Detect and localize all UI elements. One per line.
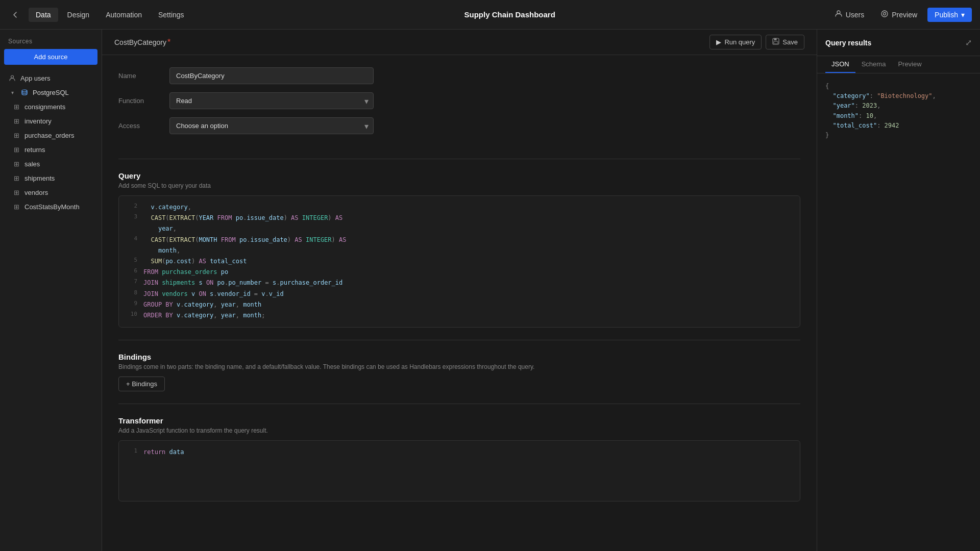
run-query-button[interactable]: ▶ Run query bbox=[709, 35, 762, 49]
code-line-6: 6 FROM purchase_orders po bbox=[119, 267, 800, 278]
code-line-8: 8 JOIN vendors v ON s.vendor_id = v.v_id bbox=[119, 289, 800, 299]
play-icon: ▶ bbox=[716, 38, 721, 46]
transformer-desc: Add a JavaScript function to transform t… bbox=[118, 427, 800, 434]
sidebar: Sources Add source App users ▾ P bbox=[0, 30, 102, 551]
add-bindings-button[interactable]: + Bindings bbox=[118, 377, 165, 391]
expand-icon[interactable]: ⤢ bbox=[965, 38, 972, 47]
users-button[interactable]: Users bbox=[828, 7, 871, 22]
transformer-line-1: 1 return data bbox=[119, 447, 800, 458]
sidebar-item-shipments[interactable]: ⊞ shipments bbox=[8, 171, 97, 185]
table-icon-shipments: ⊞ bbox=[12, 174, 20, 182]
sources-header: Sources bbox=[4, 36, 97, 49]
sidebar-item-returns[interactable]: ⊞ returns bbox=[8, 142, 97, 157]
function-label: Function bbox=[118, 97, 169, 105]
save-label: Save bbox=[782, 38, 798, 46]
postgresql-children: ⊞ consignments ⊞ inventory ⊞ purchase_or… bbox=[4, 99, 97, 214]
save-icon bbox=[772, 38, 779, 46]
preview-button[interactable]: Preview bbox=[874, 7, 923, 22]
tab-settings[interactable]: Settings bbox=[151, 8, 191, 22]
function-row: Function Read Write bbox=[118, 92, 800, 109]
json-output: { "category": "Biotechnology", "year": 2… bbox=[825, 82, 972, 140]
sidebar-item-coststatsbymonth[interactable]: ⊞ CostStatsByMonth bbox=[8, 199, 97, 214]
code-line-4: 4 CAST(EXTRACT(MONTH FROM po.issue_date)… bbox=[119, 235, 800, 245]
divider-1 bbox=[118, 159, 800, 159]
add-source-button[interactable]: Add source bbox=[4, 49, 97, 65]
bindings-desc: Bindings come in two parts: the binding … bbox=[118, 363, 800, 370]
tab-data[interactable]: Data bbox=[29, 8, 58, 22]
consignments-label: consignments bbox=[24, 103, 65, 111]
code-line-7: 7 JOIN shipments s ON po.po_number = s.p… bbox=[119, 278, 800, 288]
table-icon-consignments: ⊞ bbox=[12, 103, 20, 111]
tab-design[interactable]: Design bbox=[60, 8, 97, 22]
results-tabs: JSON Schema Preview bbox=[817, 56, 980, 73]
tab-automation[interactable]: Automation bbox=[99, 8, 149, 22]
transformer-code-editor[interactable]: 1 return data bbox=[118, 440, 800, 502]
form-section: Name Function Read Write Access bbox=[102, 55, 817, 155]
table-icon-coststatsbymonth: ⊞ bbox=[12, 203, 20, 211]
table-icon-purchase-orders: ⊞ bbox=[12, 131, 20, 139]
save-button[interactable]: Save bbox=[766, 35, 804, 49]
sales-label: sales bbox=[24, 160, 40, 168]
main-layout: Sources Add source App users ▾ P bbox=[0, 30, 980, 551]
preview-icon bbox=[880, 10, 889, 19]
users-icon bbox=[835, 10, 843, 19]
back-button[interactable] bbox=[8, 8, 22, 22]
svg-rect-6 bbox=[774, 38, 777, 40]
coststatsbymonth-label: CostStatsByMonth bbox=[24, 203, 80, 211]
nav-right: Users Preview Publish ▾ bbox=[828, 7, 972, 22]
returns-label: returns bbox=[24, 146, 45, 154]
code-line-5: 5 SUM(po.cost) AS total_cost bbox=[119, 256, 800, 267]
access-row: Access Choose an option bbox=[118, 117, 800, 134]
tab-preview[interactable]: Preview bbox=[892, 56, 927, 73]
publish-button[interactable]: Publish ▾ bbox=[927, 8, 972, 22]
sidebar-item-inventory[interactable]: ⊞ inventory bbox=[8, 114, 97, 128]
tab-schema[interactable]: Schema bbox=[855, 56, 892, 73]
sidebar-item-postgresql[interactable]: ▾ PostgreSQL bbox=[4, 85, 97, 99]
svg-rect-7 bbox=[774, 41, 778, 44]
app-users-icon bbox=[8, 74, 16, 82]
run-query-label: Run query bbox=[724, 38, 755, 46]
content-area: CostByCategory * ▶ Run query bbox=[102, 30, 980, 551]
svg-point-2 bbox=[884, 13, 886, 15]
name-input[interactable] bbox=[169, 67, 374, 84]
table-icon-vendors: ⊞ bbox=[12, 188, 20, 196]
name-label: Name bbox=[118, 72, 169, 80]
table-icon-returns: ⊞ bbox=[12, 145, 20, 154]
sidebar-item-consignments[interactable]: ⊞ consignments bbox=[8, 99, 97, 114]
access-select[interactable]: Choose an option bbox=[169, 117, 374, 134]
transformer-title: Transformer bbox=[118, 416, 800, 425]
function-select-wrapper: Read Write bbox=[169, 92, 374, 109]
postgresql-label: PostgreSQL bbox=[33, 89, 69, 96]
results-panel: Query results ⤢ JSON Schema Preview { "c… bbox=[817, 30, 980, 551]
code-line-10: 10 ORDER BY v.category, year, month; bbox=[119, 310, 800, 321]
users-label: Users bbox=[846, 11, 865, 19]
query-section-title: Query bbox=[118, 171, 800, 180]
sidebar-item-purchase-orders[interactable]: ⊞ purchase_orders bbox=[8, 128, 97, 142]
publish-label: Publish bbox=[935, 11, 958, 19]
sidebar-item-app-users[interactable]: App users bbox=[4, 71, 97, 85]
code-editor[interactable]: 2 v.category, 3 CAST(EXTRACT(YEAR FROM p… bbox=[118, 195, 800, 328]
access-select-wrapper: Choose an option bbox=[169, 117, 374, 134]
access-label: Access bbox=[118, 122, 169, 130]
svg-point-3 bbox=[11, 76, 14, 78]
app-title: Supply Chain Dashboard bbox=[191, 10, 828, 19]
sidebar-item-sales[interactable]: ⊞ sales bbox=[8, 157, 97, 171]
editor-panel: CostByCategory * ▶ Run query bbox=[102, 30, 817, 551]
purchase-orders-label: purchase_orders bbox=[24, 132, 75, 139]
transformer-section: Transformer Add a JavaScript function to… bbox=[102, 408, 817, 510]
results-content: { "category": "Biotechnology", "year": 2… bbox=[817, 73, 980, 551]
function-select[interactable]: Read Write bbox=[169, 92, 374, 109]
svg-point-1 bbox=[881, 11, 888, 17]
sidebar-item-vendors[interactable]: ⊞ vendors bbox=[8, 185, 97, 199]
tab-json[interactable]: JSON bbox=[825, 56, 855, 73]
chevron-down-icon: ▾ bbox=[961, 11, 965, 19]
chevron-right-icon: ▾ bbox=[8, 88, 16, 96]
name-row: Name bbox=[118, 67, 800, 84]
bindings-title: Bindings bbox=[118, 353, 800, 361]
code-line-2: 2 v.category, bbox=[119, 202, 800, 213]
required-asterisk: * bbox=[167, 38, 170, 47]
inventory-label: inventory bbox=[24, 117, 52, 125]
query-section-desc: Add some SQL to query your data bbox=[118, 182, 800, 189]
svg-point-0 bbox=[837, 11, 840, 14]
database-icon bbox=[20, 88, 29, 96]
